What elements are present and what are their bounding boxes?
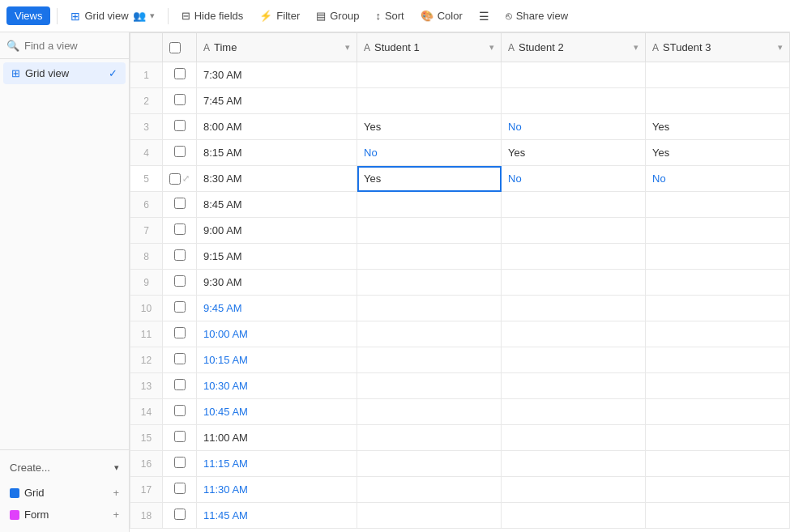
row-checkbox[interactable] xyxy=(169,173,181,185)
row-checkbox[interactable] xyxy=(174,509,186,520)
views-button[interactable]: Views xyxy=(6,6,50,25)
row-checkbox[interactable] xyxy=(174,275,186,287)
row-checkbox[interactable] xyxy=(174,120,186,131)
share-view-button[interactable]: ⎋ Share view xyxy=(499,6,574,25)
row-student1-cell[interactable]: Yes xyxy=(357,114,502,140)
row-student2-cell[interactable] xyxy=(502,347,646,373)
row-student1-cell[interactable] xyxy=(357,88,502,114)
row-checkbox[interactable] xyxy=(174,146,186,157)
row-student1-cell[interactable] xyxy=(357,62,502,88)
row-student2-cell[interactable] xyxy=(502,218,646,244)
row-time-cell[interactable]: 9:45 AM xyxy=(197,296,357,321)
student3-col-dropdown[interactable]: ▾ xyxy=(778,42,783,53)
row-student3-cell[interactable] xyxy=(646,296,790,321)
grid-view-button[interactable]: ⊞ Grid view 👥 ▾ xyxy=(64,6,160,26)
row-student1-cell[interactable] xyxy=(357,373,502,399)
form-plus-icon[interactable]: + xyxy=(113,509,119,521)
row-student2-cell[interactable] xyxy=(502,62,646,88)
row-student3-cell[interactable] xyxy=(646,321,790,347)
row-checkbox[interactable] xyxy=(174,301,186,313)
row-time-cell[interactable]: 7:30 AM xyxy=(197,62,357,88)
row-student3-cell[interactable] xyxy=(646,62,790,88)
row-student3-cell[interactable]: Yes xyxy=(646,114,790,140)
row-student3-cell[interactable] xyxy=(646,503,790,529)
row-time-cell[interactable]: 10:30 AM xyxy=(197,373,357,399)
row-student2-cell[interactable]: No xyxy=(502,166,646,192)
row-time-cell[interactable]: 8:00 AM xyxy=(197,114,357,140)
row-student2-cell[interactable] xyxy=(502,373,646,399)
row-student3-cell[interactable] xyxy=(646,270,790,296)
row-student3-cell[interactable] xyxy=(646,399,790,425)
row-time-cell[interactable]: 8:30 AM xyxy=(197,166,357,192)
row-student2-cell[interactable] xyxy=(502,321,646,347)
sort-button[interactable]: ↕ Sort xyxy=(369,6,410,25)
row-checkbox[interactable] xyxy=(174,94,186,105)
row-student3-cell[interactable] xyxy=(646,244,790,270)
row-checkbox[interactable] xyxy=(174,223,186,235)
row-student2-cell[interactable] xyxy=(502,477,646,503)
row-student1-cell[interactable]: Yes xyxy=(357,166,502,192)
row-time-cell[interactable]: 10:45 AM xyxy=(197,399,357,425)
row-student2-cell[interactable] xyxy=(502,503,646,529)
row-checkbox[interactable] xyxy=(174,353,186,364)
row-student1-cell[interactable] xyxy=(357,321,502,347)
row-student3-cell[interactable] xyxy=(646,451,790,477)
row-student3-cell[interactable]: Yes xyxy=(646,140,790,166)
row-student2-cell[interactable]: Yes xyxy=(502,140,646,166)
row-student2-cell[interactable] xyxy=(502,270,646,296)
row-student3-cell[interactable] xyxy=(646,425,790,451)
student2-col-dropdown[interactable]: ▾ xyxy=(634,42,638,53)
group-button[interactable]: ▤ Group xyxy=(310,6,365,25)
row-checkbox[interactable] xyxy=(174,405,186,416)
row-time-cell[interactable]: 8:15 AM xyxy=(197,140,357,166)
row-student1-cell[interactable] xyxy=(357,503,502,529)
row-student3-cell[interactable] xyxy=(646,88,790,114)
sidebar-item-grid[interactable]: Grid + xyxy=(6,482,122,504)
row-student3-cell[interactable] xyxy=(646,347,790,373)
row-time-cell[interactable]: 9:30 AM xyxy=(197,270,357,296)
row-student1-cell[interactable] xyxy=(357,296,502,321)
row-student2-cell[interactable]: No xyxy=(502,114,646,140)
row-student1-cell[interactable] xyxy=(357,451,502,477)
grid-plus-icon[interactable]: + xyxy=(113,487,119,499)
row-student1-cell[interactable]: No xyxy=(357,140,502,166)
row-time-cell[interactable]: 10:15 AM xyxy=(197,347,357,373)
row-checkbox[interactable] xyxy=(174,249,186,261)
sidebar-item-grid-view[interactable]: ⊞ Grid view ✓ xyxy=(3,62,126,84)
row-student2-cell[interactable] xyxy=(502,399,646,425)
row-time-cell[interactable]: 9:00 AM xyxy=(197,218,357,244)
row-time-cell[interactable]: 8:45 AM xyxy=(197,192,357,218)
filter-button[interactable]: ⚡ Filter xyxy=(253,6,306,25)
row-student2-cell[interactable] xyxy=(502,192,646,218)
select-all-checkbox[interactable] xyxy=(169,42,181,53)
row-student3-cell[interactable] xyxy=(646,218,790,244)
row-time-cell[interactable]: 11:00 AM xyxy=(197,425,357,451)
row-student1-cell[interactable] xyxy=(357,244,502,270)
row-student1-cell[interactable] xyxy=(357,192,502,218)
row-checkbox[interactable] xyxy=(174,483,186,494)
row-time-cell[interactable]: 9:15 AM xyxy=(197,244,357,270)
row-student3-cell[interactable]: No xyxy=(646,166,790,192)
row-checkbox[interactable] xyxy=(174,198,186,209)
row-checkbox[interactable] xyxy=(174,68,186,79)
expand-icon[interactable]: ⤢ xyxy=(182,173,190,184)
row-student1-cell[interactable] xyxy=(357,399,502,425)
color-button[interactable]: 🎨 Color xyxy=(414,6,469,25)
sidebar-item-form[interactable]: Form + xyxy=(6,504,122,526)
row-student2-cell[interactable] xyxy=(502,425,646,451)
row-student1-cell[interactable] xyxy=(357,425,502,451)
row-checkbox[interactable] xyxy=(174,457,186,468)
row-student2-cell[interactable] xyxy=(502,88,646,114)
row-time-cell[interactable]: 11:15 AM xyxy=(197,451,357,477)
row-height-button[interactable]: ☰ xyxy=(472,6,496,26)
row-student2-cell[interactable] xyxy=(502,451,646,477)
row-student2-cell[interactable] xyxy=(502,244,646,270)
row-student2-cell[interactable] xyxy=(502,296,646,321)
row-student1-cell[interactable] xyxy=(357,347,502,373)
row-checkbox[interactable] xyxy=(174,327,186,338)
time-col-dropdown[interactable]: ▾ xyxy=(345,42,350,53)
row-time-cell[interactable]: 11:45 AM xyxy=(197,503,357,529)
row-student1-cell[interactable] xyxy=(357,477,502,503)
row-student3-cell[interactable] xyxy=(646,477,790,503)
row-time-cell[interactable]: 11:30 AM xyxy=(197,477,357,503)
